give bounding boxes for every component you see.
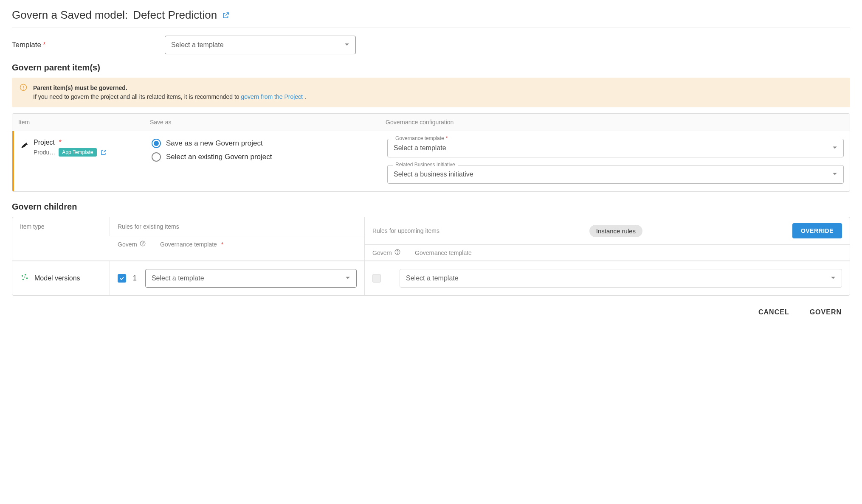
existing-template-select[interactable]: Select a template <box>145 269 357 288</box>
override-button[interactable]: OVERRIDE <box>792 223 842 238</box>
subcol-govern-existing: Govern <box>110 236 152 252</box>
model-versions-icon <box>20 273 29 284</box>
chevron-down-icon <box>345 274 350 282</box>
svg-point-6 <box>397 253 398 254</box>
col-item-type: Item type <box>12 217 110 236</box>
children-table: Item type Rules for existing items Gover… <box>12 217 850 296</box>
parent-row: Project * Produ… App Template Save as a … <box>12 131 850 191</box>
chevron-down-icon <box>832 145 837 151</box>
radio-select-existing[interactable]: Select an existing Govern project <box>152 152 387 162</box>
radio-save-new[interactable]: Save as a new Govern project <box>152 139 387 148</box>
chevron-down-icon <box>832 171 837 178</box>
governance-template-select[interactable]: Governance template* Select a template <box>387 139 844 157</box>
govern-upcoming-checkbox[interactable] <box>372 274 381 283</box>
row-item-type: Model versions <box>12 261 110 295</box>
project-label: Project <box>34 139 55 146</box>
col-rules-existing: Rules for existing items <box>110 217 364 236</box>
svg-point-4 <box>143 245 143 245</box>
required-asterisk: * <box>43 41 46 49</box>
project-external-link-icon[interactable] <box>100 149 107 156</box>
template-select[interactable]: Select a template <box>165 36 356 54</box>
svg-point-11 <box>24 277 25 278</box>
col-rules-upcoming: Rules for upcoming items Instance rules … <box>365 217 850 245</box>
open-external-icon[interactable] <box>222 11 230 19</box>
govern-existing-checkbox[interactable] <box>118 274 126 283</box>
children-section-heading: Govern children <box>12 202 850 212</box>
warning-text: If you need to govern the project and al… <box>33 93 241 100</box>
subcol-gov-template-upcoming: Governance template <box>407 245 479 260</box>
business-initiative-select[interactable]: Related Business Initiative Select a bus… <box>387 165 844 184</box>
page-title-prefix: Govern a Saved model: <box>12 8 128 22</box>
cancel-button[interactable]: CANCEL <box>758 308 789 316</box>
warning-box: Parent item(s) must be governed. If you … <box>12 78 850 107</box>
svg-point-2 <box>23 89 24 89</box>
warning-bold-text: Parent item(s) must be governed. <box>33 84 127 91</box>
project-subtext: Produ… <box>34 149 55 156</box>
radio-icon-unchecked <box>152 152 161 162</box>
divider <box>12 28 850 28</box>
existing-count: 1 <box>133 274 137 282</box>
instance-rules-pill[interactable]: Instance rules <box>589 225 642 237</box>
subcol-govern-upcoming: Govern <box>365 245 407 260</box>
col-save-as: Save as <box>150 119 386 126</box>
footer-actions: CANCEL GOVERN <box>12 308 850 316</box>
svg-point-9 <box>26 277 28 279</box>
app-template-badge: App Template <box>59 148 96 157</box>
govern-from-project-link[interactable]: govern from the Project <box>241 93 303 100</box>
help-icon[interactable] <box>394 249 400 256</box>
help-icon[interactable] <box>140 241 146 248</box>
model-name: Defect Prediction <box>133 8 217 22</box>
page-header: Govern a Saved model: Defect Prediction <box>12 8 850 22</box>
govern-button[interactable]: GOVERN <box>810 308 842 316</box>
svg-point-10 <box>23 279 24 280</box>
chevron-down-icon <box>831 274 836 282</box>
parent-section-heading: Govern parent item(s) <box>12 63 850 73</box>
svg-point-8 <box>25 274 26 276</box>
template-row: Template* Select a template <box>12 36 850 54</box>
chevron-down-icon <box>344 42 349 48</box>
col-gov-config: Governance configuration <box>386 119 844 126</box>
parent-table: Item Save as Governance configuration Pr… <box>12 113 850 192</box>
required-asterisk: * <box>59 139 62 146</box>
upcoming-template-select[interactable]: Select a template <box>400 269 842 288</box>
project-icon <box>20 140 29 184</box>
svg-point-7 <box>22 275 23 277</box>
col-item: Item <box>18 119 150 126</box>
warning-icon <box>20 84 27 101</box>
template-label: Template* <box>12 41 165 49</box>
subcol-gov-template-existing: Governance template* <box>152 236 231 252</box>
radio-icon-checked <box>152 139 161 148</box>
